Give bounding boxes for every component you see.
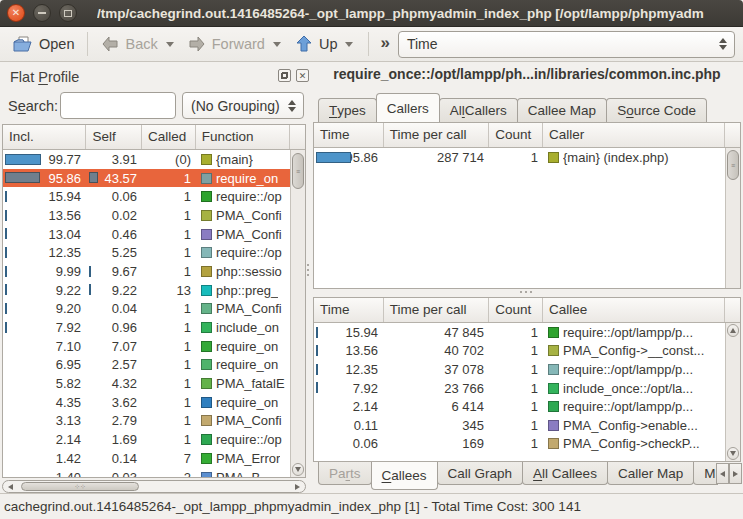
flat-profile-row[interactable]: 1.400.032PMA_B xyxy=(3,468,290,477)
callers-vscrollbar[interactable]: ≡ xyxy=(725,148,740,288)
close-window-icon[interactable]: ✕ xyxy=(7,4,25,22)
column-header-time-per-call[interactable]: Time per call xyxy=(384,298,490,322)
grouping-value: (No Grouping) xyxy=(191,98,280,114)
scrollbar-thumb[interactable]: ≡ xyxy=(292,153,304,189)
scroll-down-icon[interactable] xyxy=(292,463,304,476)
up-dropdown-icon[interactable] xyxy=(345,42,353,47)
back-button[interactable]: Back xyxy=(95,32,163,56)
tab-callees[interactable]: Callees xyxy=(371,462,438,490)
tab-callee-map[interactable]: Callee Map xyxy=(517,98,607,122)
back-button-label: Back xyxy=(125,36,157,52)
callee-row[interactable]: 15.9447 8451require::/opt/lampp/p... xyxy=(314,323,725,342)
tab-m[interactable]: M xyxy=(693,462,718,485)
dock-close-icon[interactable]: ✕ xyxy=(296,69,309,82)
callee-row[interactable]: 12.3537 0781require::/opt/lampp/p... xyxy=(314,360,725,379)
callee-row[interactable]: 13.5640 7021PMA_Config->__const... xyxy=(314,342,725,361)
scroll-right-icon[interactable] xyxy=(295,484,300,490)
flat-profile-row[interactable]: 13.560.021PMA_Confi xyxy=(3,206,290,225)
tab-callers[interactable]: Callers xyxy=(376,93,440,122)
tab-types[interactable]: Types xyxy=(318,98,377,122)
callee-row[interactable]: 7.9223 7661include_once::/opt/la... xyxy=(314,379,725,398)
flat-profile-row[interactable]: 99.773.91(0){main} xyxy=(3,150,290,169)
tab-all-callers[interactable]: All Callers xyxy=(439,98,518,122)
tab-parts[interactable]: Parts xyxy=(318,462,372,485)
cell-value: 1 xyxy=(490,381,544,396)
up-button[interactable]: Up xyxy=(289,32,344,56)
tab-all-callees[interactable]: All Callees xyxy=(522,462,608,485)
flat-profile-row[interactable]: 6.952.571require_on xyxy=(3,356,290,375)
cell-value: 12.35 xyxy=(3,245,87,260)
function-name: require_on xyxy=(216,171,278,186)
tab-scroll-buttons xyxy=(716,463,742,484)
vertical-splitter[interactable] xyxy=(307,264,309,276)
maximize-window-icon[interactable] xyxy=(59,4,77,22)
flat-profile-row[interactable]: 12.355.251require::/op xyxy=(3,243,290,262)
minimize-window-icon[interactable] xyxy=(33,4,51,22)
flat-profile-row[interactable]: 13.040.461PMA_Confi xyxy=(3,225,290,244)
callees-vscrollbar[interactable] xyxy=(725,323,740,461)
function-icon xyxy=(548,327,559,338)
open-button-label: Open xyxy=(39,36,74,52)
column-header-function[interactable]: Function xyxy=(196,125,290,149)
forward-button[interactable]: Forward xyxy=(182,32,271,56)
column-header-incl[interactable]: Incl. xyxy=(3,125,86,149)
function-name: require_on xyxy=(216,357,278,372)
column-header-callee[interactable]: Callee xyxy=(543,298,725,322)
tab-source-code[interactable]: Source Code xyxy=(606,98,707,122)
column-header-time[interactable]: Time xyxy=(314,298,384,322)
function-icon xyxy=(201,472,212,477)
cell-value: 1 xyxy=(143,320,197,335)
event-type-select[interactable]: Time xyxy=(398,31,735,58)
flat-profile-row[interactable]: 2.141.691require::/op xyxy=(3,430,290,449)
column-header-called[interactable]: Called xyxy=(142,125,196,149)
tab-call-graph[interactable]: Call Graph xyxy=(437,462,524,485)
column-header-count[interactable]: Count xyxy=(489,298,543,322)
flat-profile-row[interactable]: 5.824.321PMA_fatalE xyxy=(3,374,290,393)
cost-bar xyxy=(5,284,7,295)
dock-float-icon[interactable] xyxy=(278,69,291,82)
flat-profile-row[interactable]: 9.200.041PMA_Confi xyxy=(3,300,290,319)
callee-row[interactable]: 2.146 4141require::/opt/lampp/p... xyxy=(314,397,725,416)
grouping-select[interactable]: (No Grouping) xyxy=(182,92,304,119)
flat-profile-row[interactable]: 95.8643.571require_on xyxy=(3,169,290,188)
cell-value: 37 078 xyxy=(384,362,490,377)
column-header-self[interactable]: Self xyxy=(86,125,142,149)
column-header-count[interactable]: Count xyxy=(489,123,543,147)
callee-row[interactable]: 0.061691PMA_Config->checkP... xyxy=(314,435,725,454)
toolbar-overflow-button[interactable]: » xyxy=(380,33,389,53)
scrollbar-thumb[interactable]: ⁘⁘ xyxy=(21,482,139,491)
flat-profile-row[interactable]: 15.940.061require::/op xyxy=(3,187,290,206)
caller-row[interactable]: 95.86287 7141{main} (index.php) xyxy=(314,148,725,167)
callee-row[interactable]: 0.113451PMA_Config->enable... xyxy=(314,416,725,435)
tab-scroll-right-icon[interactable] xyxy=(729,463,742,484)
forward-dropdown-icon[interactable] xyxy=(273,42,281,47)
open-button[interactable]: Open xyxy=(6,31,80,57)
flat-profile-vscrollbar[interactable]: ≡ xyxy=(290,150,305,477)
horizontal-splitter[interactable] xyxy=(520,291,532,293)
flat-profile-hscrollbar[interactable]: ⁘⁘ xyxy=(2,480,306,493)
flat-profile-row[interactable]: 9.999.671php::sessio xyxy=(3,262,290,281)
scroll-down-icon[interactable] xyxy=(727,447,739,460)
flat-profile-row[interactable]: 3.132.791PMA_Confi xyxy=(3,412,290,431)
flat-profile-row[interactable]: 1.420.147PMA_Error xyxy=(3,449,290,468)
cell-value: 6 414 xyxy=(384,399,490,414)
grouping-spinner-icon[interactable] xyxy=(288,93,296,118)
column-header-time[interactable]: Time xyxy=(314,123,384,147)
flat-profile-row[interactable]: 7.107.071require_on xyxy=(3,337,290,356)
column-header-time-per-call[interactable]: Time per call xyxy=(384,123,490,147)
scroll-up-icon[interactable] xyxy=(727,324,739,337)
column-header-caller[interactable]: Caller xyxy=(543,123,725,147)
scroll-left-icon[interactable] xyxy=(8,484,13,490)
cost-bar xyxy=(5,247,7,258)
flat-profile-row[interactable]: 9.229.2213php::preg_ xyxy=(3,281,290,300)
search-input[interactable] xyxy=(60,92,176,119)
cell-value: 2 xyxy=(143,470,197,477)
scrollbar-thumb[interactable]: ≡ xyxy=(727,150,739,180)
flat-profile-row[interactable]: 7.920.961include_on xyxy=(3,318,290,337)
flat-profile-row[interactable]: 4.353.621require_on xyxy=(3,393,290,412)
tab-scroll-left-icon[interactable] xyxy=(716,463,729,484)
event-type-spinner-icon[interactable] xyxy=(719,32,727,57)
cost-bar xyxy=(89,266,91,277)
back-dropdown-icon[interactable] xyxy=(166,42,174,47)
tab-caller-map[interactable]: Caller Map xyxy=(607,462,694,485)
